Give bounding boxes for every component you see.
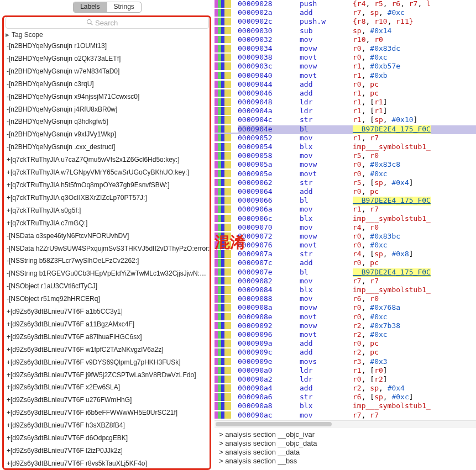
list-item[interactable]: +[d9Zs6y3dtBLnieu7VT6F v9DYS69QlpmLg7pHK… — [0, 356, 215, 369]
disasm-row[interactable]: 0000907astrr4, [sp, #0x8] — [215, 250, 476, 259]
disasm-row[interactable]: 00009072movwr0, #0x83bc — [215, 233, 476, 241]
operands: r7, r7 — [353, 277, 379, 286]
disasm-row[interactable]: 00009034movwr0, #0x83dc — [215, 45, 476, 54]
list-item[interactable]: -[n2BHDYqeNyGsnujn r1OUMt13] — [0, 40, 215, 52]
list-item[interactable]: +[d9Zs6y3dtBLnieu7VT6F l2izP0JJk2z] — [0, 445, 215, 457]
operands: r1, [r1] — [353, 98, 388, 107]
operand-link[interactable]: __B97DE2E4_175_F0C — [353, 268, 431, 277]
address: 000090ac — [238, 411, 300, 420]
disasm-row[interactable]: 000090a4addr2, sp, #0x4 — [215, 384, 476, 393]
disasm-row[interactable]: 000090a2ldrr0, [r2] — [215, 376, 476, 384]
operand-link[interactable]: __B97DE2E4_175_F0C — [353, 125, 431, 134]
disasm-row[interactable]: 00009038movtr0, #0xc — [215, 54, 476, 62]
disasm-row[interactable]: 00009052movr1, r7 — [215, 134, 476, 143]
list-item[interactable]: +[d9Zs6y3dtBLnieu7VT6F a1b5CC3y1] — [0, 305, 215, 318]
disasm-row[interactable]: 00009046addr1, pc — [215, 89, 476, 98]
list-item[interactable]: +[d9Zs6y3dtBLnieu7VT6F a11BgzAMxc4F] — [0, 318, 215, 331]
list-item[interactable]: -[n2BHDYqeNyGsnujn o2Qk373aLETf] — [0, 52, 215, 65]
disasm-row[interactable]: 000090a8blximp___symbolstub1_ — [215, 402, 476, 411]
disasm-row[interactable]: 0000902aaddr7, sp, #0xc — [215, 9, 476, 18]
list-item[interactable]: +[q7ckTRuThyJIA u7caZ7Qmu5wVfs2x1Z6Gcl6H… — [0, 154, 215, 166]
disasm-row[interactable]: 0000906cblximp___symbolstub1_ — [215, 215, 476, 224]
list-item[interactable]: +[q7ckTRuThyJIA h5t5fmOq8mpOYe37gh9Esnvf… — [0, 179, 215, 192]
disasm-row[interactable]: 000090a0ldrr1, [r0] — [215, 367, 476, 376]
list-item[interactable]: +[q7ckTRuThyJIA c7mGQ:] — [0, 217, 215, 230]
disasm-row[interactable]: 0000904ebl__B97DE2E4_175_F0C — [215, 125, 476, 134]
disasm-row[interactable]: 0000905emovtr0, #0xc — [215, 170, 476, 179]
list-item[interactable]: +[q7ckTRuThyJIA s0g5f:] — [0, 204, 215, 217]
disasm-row[interactable]: 0000909aaddr0, pc — [215, 340, 476, 348]
list-item[interactable]: -[n2BHDYqeNyGsnujn q3hdkgfw5] — [0, 115, 215, 128]
tab-labels[interactable]: Labels — [74, 2, 107, 12]
disasm-row[interactable]: 0000905amovwr0, #0x83c8 — [215, 161, 476, 170]
disasm-row[interactable]: 00009088movr6, r0 — [215, 295, 476, 304]
list-item[interactable]: +[d9Zs6y3dtBLnieu7VT6F i6b5eFFWWwWH5E0Ur… — [0, 406, 215, 419]
list-item[interactable]: +[q7ckTRuThyJIA q3OcIIXBXrZIZcLp70PT57J:… — [0, 192, 215, 204]
list-item[interactable]: +[d9Zs6y3dtBLnieu7VT6F a87lhuaFiHGC6sx] — [0, 331, 215, 344]
list-item[interactable]: -[n2BHDYqeNyGsnujn v9xIJVy1Wkp] — [0, 128, 215, 141]
disasm-row[interactable]: 0000904aldrr1, [r1] — [215, 107, 476, 116]
list-item[interactable]: +[d9Zs6y3dtBLnieu7VT6F x2Ew6SLA] — [0, 381, 215, 394]
left-pane: Labels Strings ▶ Tag Scope -[n2BHDYqeNyG… — [0, 0, 215, 470]
scrollbar-thumb[interactable] — [216, 422, 332, 426]
disasm-row[interactable]: 0000903cmovwr1, #0xb57e — [215, 62, 476, 71]
list-item[interactable]: -[NSObject r1aU3CVtl6cfTyCJ] — [0, 280, 215, 293]
disasm-row[interactable]: 0000909caddr2, pc — [215, 348, 476, 357]
list-item[interactable]: +[d9Zs6y3dtBLnieu7VT6F u276FWmHhG] — [0, 394, 215, 406]
tab-strings[interactable]: Strings — [107, 2, 141, 12]
disasm-row[interactable]: 0000907ebl__B97DE2E4_175_F0C — [215, 268, 476, 277]
disasm-row[interactable]: 00009062strr5, [sp, #0x4] — [215, 179, 476, 188]
disasm-row[interactable]: 00009032movr10, r0 — [215, 36, 476, 45]
list-item[interactable]: -[n2BHDYqeNyGsnujn j4RfU8xBR0w] — [0, 103, 215, 116]
list-item[interactable]: -[NSData o3spe46tyN6FtcvNFORUvhDV] — [0, 230, 215, 242]
disasm-row[interactable]: 00009082movr7, r7 — [215, 277, 476, 286]
disasm-row[interactable]: 000090acmovr7, r7 — [215, 411, 476, 420]
disasm-row[interactable]: 0000904cstrr1, [sp, #0x10] — [215, 116, 476, 125]
disasm-row[interactable]: 00009076movtr0, #0xc — [215, 241, 476, 250]
list-item[interactable]: -[n2BHDYqeNyGsnujn c3rqU] — [0, 78, 215, 91]
disasm-row[interactable]: 00009058movr5, r0 — [215, 152, 476, 161]
disasm-row[interactable]: 0000909emovsr3, #0x3 — [215, 358, 476, 367]
list-item[interactable]: +[d9Zs6y3dtBLnieu7VT6F w1fpfC2TAzNKvgzIV… — [0, 344, 215, 356]
list-item[interactable]: -[n2BHDYqeNyGsnujn w7eN834TaD0] — [0, 65, 215, 78]
list-item[interactable]: +[d9Zs6y3dtBLnieu7VT6F d6OdpcgEBK] — [0, 432, 215, 445]
disasm-scroll[interactable]: 00009028push{r4, r5, r6, r7, l0000902aad… — [215, 0, 476, 420]
search-input[interactable] — [95, 19, 128, 27]
mnemonic: add — [300, 384, 353, 393]
disasm-row[interactable]: 00009066bl__B97DE2E4_175_F0C — [215, 197, 476, 205]
disasm-row[interactable]: 0000902cpush.w{r8, r10, r11} — [215, 18, 476, 27]
tag-scope-row[interactable]: ▶ Tag Scope — [0, 29, 215, 40]
list-item[interactable]: +[d9Zs6y3dtBLnieu7VT6F h3sXBZ8fB4] — [0, 419, 215, 432]
disasm-row[interactable]: 00009096movtr2, #0xc — [215, 331, 476, 340]
list-item[interactable]: -[NSObject r51mq92hHRCERq] — [0, 293, 215, 305]
list-item[interactable]: -[NSData h2ZrU9wSUW4SPxqujmSvS3THKVJ5dII… — [0, 242, 215, 255]
disasm-row[interactable]: 00009070movr4, r0 — [215, 224, 476, 233]
list-item[interactable]: +[q7ckTRuThyJIA w7LGNpyVMrY65cwSrUGoCyBK… — [0, 166, 215, 179]
disasm-row[interactable]: 0000907caddr0, pc — [215, 259, 476, 268]
disasm-row[interactable]: 00009054blximp___symbolstub1_ — [215, 143, 476, 152]
disasm-row[interactable]: 000090a6strr6, [sp, #0xc] — [215, 393, 476, 402]
disasm-row[interactable]: 0000908amovwr0, #0x768a — [215, 304, 476, 313]
list-item[interactable]: +[d9Zs6y3dtBLnieu7VT6F j9fW5j2ZCSPTwLa3n… — [0, 369, 215, 382]
disasm-row[interactable]: 00009030subsp, #0x14 — [215, 27, 476, 36]
disasm-row[interactable]: 0000906amovr1, r7 — [215, 205, 476, 214]
disasm-row[interactable]: 00009084blximp___symbolstub1_ — [215, 286, 476, 295]
disasm-row[interactable]: 00009048ldrr1, [r1] — [215, 98, 476, 107]
operand-link[interactable]: __B97DE2E4_175_F0C — [353, 197, 431, 205]
disasm-row[interactable]: 00009092movwr2, #0x7b38 — [215, 322, 476, 331]
mnemonic: add — [300, 9, 353, 18]
disasm-row[interactable]: 00009064addr0, pc — [215, 188, 476, 197]
list-item[interactable]: +[d9Zs6y3dtBLnieu7VT6F r8vs5kTauXLj5KF4o… — [0, 457, 215, 470]
disasm-row[interactable]: 0000908emovtr0, #0xc — [215, 313, 476, 322]
list-item[interactable]: -[NSString b1RGEVGu0Cb3HEpVpEIdYiZwTwMLc… — [0, 267, 215, 280]
disasm-row[interactable]: 00009028push{r4, r5, r6, r7, l — [215, 0, 476, 9]
list-item[interactable]: -[NSString b58Z3FLcr7wySlhOeLFzCv2262:] — [0, 255, 215, 267]
disasm-row[interactable]: 00009040movtr1, #0xb — [215, 72, 476, 81]
mnemonic: mov — [300, 36, 353, 45]
list-item[interactable]: -[n2BHDYqeNyGsnujn .cxx_destruct] — [0, 141, 215, 154]
disclosure-triangle-icon[interactable]: ▶ — [6, 32, 9, 38]
disasm-row[interactable]: 00009044addr0, pc — [215, 81, 476, 89]
search-wrap[interactable] — [6, 17, 209, 29]
list-item[interactable]: -[n2BHDYqeNyGsnujn x94njssjM71Ccwxsc0] — [0, 91, 215, 103]
horizontal-scrollbar[interactable] — [215, 420, 476, 428]
